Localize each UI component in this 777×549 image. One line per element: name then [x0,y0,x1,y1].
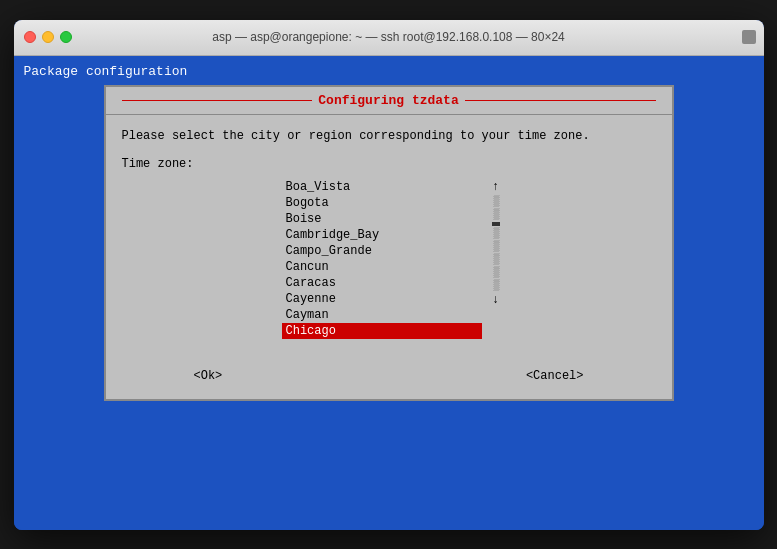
dialog-title: Configuring tzdata [318,93,458,108]
scroll-track: ▒ ▒ ▒ ▒ ▒ ▒ ▒ [492,195,500,292]
package-config-label: Package configuration [24,64,754,79]
scroll-up-arrow[interactable]: ↑ [492,179,499,196]
list-item[interactable]: Cancun [282,259,482,275]
scroll-hash-1: ▒ [493,195,497,208]
list-item[interactable]: Cayenne [282,291,482,307]
list-item[interactable]: Boise [282,211,482,227]
maximize-button[interactable] [60,31,72,43]
scroll-thumb [492,222,500,226]
list-item[interactable]: Bogota [282,195,482,211]
scroll-indicator [742,30,756,44]
list-item[interactable]: Caracas [282,275,482,291]
scroll-hash-3: ▒ [493,227,497,240]
traffic-lights [24,31,72,43]
window-title: asp — asp@orangepione: ~ — ssh root@192.… [212,30,565,44]
dialog-content: Please select the city or region corresp… [106,115,672,351]
dialog-title-bar: Configuring tzdata [106,87,672,115]
list-item[interactable]: Boa_Vista [282,179,482,195]
scroll-hash-7: ▒ [493,279,497,292]
list-item[interactable]: Cambridge_Bay [282,227,482,243]
timezone-list[interactable]: Boa_VistaBogotaBoiseCambridge_BayCampo_G… [282,179,482,339]
scroll-hash-4: ▒ [493,240,497,253]
timezone-label: Time zone: [122,157,656,171]
cancel-button[interactable]: <Cancel> [518,367,592,385]
scroll-hash-5: ▒ [493,253,497,266]
terminal-area: Package configuration Configuring tzdata… [14,56,764,530]
title-bar: asp — asp@orangepione: ~ — ssh root@192.… [14,20,764,56]
dialog-buttons: <Ok> <Cancel> [106,351,672,399]
minimize-button[interactable] [42,31,54,43]
list-container: Boa_VistaBogotaBoiseCambridge_BayCampo_G… [282,179,656,339]
ok-button[interactable]: <Ok> [186,367,231,385]
scroll-hash-6: ▒ [493,266,497,279]
scroll-down-arrow[interactable]: ↓ [492,292,499,309]
list-item[interactable]: Cayman [282,307,482,323]
close-button[interactable] [24,31,36,43]
scroll-hash-2: ▒ [493,208,497,221]
scrollbar[interactable]: ↑ ▒ ▒ ▒ ▒ ▒ ▒ ▒ ↓ [486,179,506,310]
list-item[interactable]: Chicago [282,323,482,339]
dialog-box: Configuring tzdata Please select the cit… [104,85,674,401]
list-item[interactable]: Campo_Grande [282,243,482,259]
dialog-description: Please select the city or region corresp… [122,127,656,145]
mac-window: asp — asp@orangepione: ~ — ssh root@192.… [14,20,764,530]
